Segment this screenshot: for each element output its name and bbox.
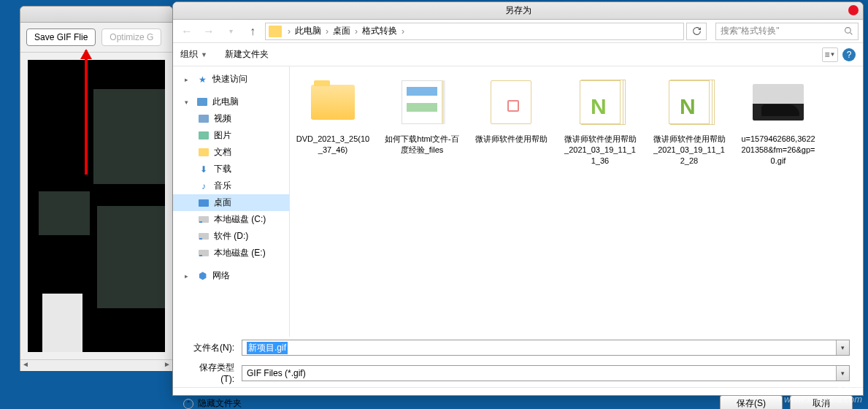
view-options-button[interactable]: ≡ ▼ (822, 47, 838, 62)
search-icon (844, 26, 853, 36)
filename-row: 文件名(N): 新项目.gif ▾ (173, 337, 863, 359)
dialog-footer: ˄ 隐藏文件夹 保存(S) 取消 (173, 387, 863, 409)
folder-icon (311, 85, 355, 120)
dropdown-icon[interactable]: ▾ (836, 340, 849, 355)
new-folder-button[interactable]: 新建文件夹 (225, 48, 269, 61)
file-item[interactable]: N 微讲师软件使用帮助_2021_03_19_11_12_28 (652, 77, 726, 167)
filetype-select[interactable]: GIF Files (*.gif) ▾ (242, 365, 850, 381)
sidebar-drive-d[interactable]: 软件 (D:) (173, 228, 289, 245)
search-input[interactable]: 搜索"格式转换" (715, 23, 859, 40)
sidebar-videos[interactable]: 视频 (173, 110, 289, 127)
sidebar-desktop[interactable]: 桌面 (173, 194, 289, 211)
file-item[interactable]: DVD_2021_3_25(10_37_46) (296, 77, 370, 167)
sidebar-drive-c[interactable]: 本地磁盘 (C:) (173, 211, 289, 228)
parent-toolbar: Save GIF Flie Optimize G (20, 23, 172, 53)
sidebar-music[interactable]: ♪音乐 (173, 177, 289, 194)
sidebar-quick-access[interactable]: ▸★快速访问 (173, 71, 289, 88)
filetype-row: 保存类型(T): GIF Files (*.gif) ▾ (173, 359, 863, 387)
back-button[interactable]: ← (177, 23, 196, 40)
sidebar-network[interactable]: ▸⬢网络 (173, 267, 289, 284)
address-bar[interactable]: › 此电脑 › 桌面 › 格式转换 › (265, 23, 684, 40)
save-button[interactable]: 保存(S) (720, 395, 783, 410)
hide-folders-toggle[interactable]: ˄ 隐藏文件夹 (183, 397, 242, 409)
filename-label: 文件名(N): (186, 342, 234, 354)
file-item[interactable]: u=1579462686,3622201358&fm=26&gp=0.gif (741, 77, 815, 167)
close-button[interactable] (848, 5, 859, 15)
filetype-label: 保存类型(T): (186, 362, 234, 384)
sidebar-drive-e[interactable]: 本地磁盘 (E:) (173, 245, 289, 261)
watermark: 下载吧 www.xiazaiba.com (784, 383, 862, 405)
sidebar: ▸★快速访问 ▾此电脑 视频 图片 文档 ⬇下载 ♪音乐 桌面 本地磁盘 (C:… (173, 66, 290, 337)
folder-icon: N (669, 80, 710, 124)
folder-icon: N (580, 80, 621, 124)
sidebar-pictures[interactable]: 图片 (173, 127, 289, 144)
refresh-button[interactable] (686, 23, 707, 40)
file-pane[interactable]: DVD_2021_3_25(10_37_46) 如何下载html文件-百度经验_… (290, 66, 863, 337)
forward-button[interactable]: → (199, 23, 218, 40)
folder-icon (491, 80, 531, 124)
dialog-title: 另存为 (505, 4, 531, 17)
folder-icon (269, 26, 282, 37)
save-as-dialog: 另存为 ← → ▾ ↑ › 此电脑 › 桌面 › 格式转换 › 搜索"格式转换"… (172, 1, 864, 396)
parent-scrollbar[interactable]: ◄► (20, 359, 172, 371)
file-item[interactable]: 如何下载html文件-百度经验_files (385, 77, 459, 167)
sidebar-documents[interactable]: 文档 (173, 144, 289, 161)
organize-menu[interactable]: 组织 ▼ (180, 48, 207, 61)
chevron-up-icon: ˄ (183, 399, 193, 409)
annotation-arrow (85, 50, 88, 175)
parent-window: Save GIF Flie Optimize G ◄► (20, 6, 173, 371)
file-item[interactable]: N 微讲师软件使用帮助_2021_03_19_11_11_36 (563, 77, 637, 167)
crumb-desktop[interactable]: 桌面 (331, 25, 352, 37)
sidebar-downloads[interactable]: ⬇下载 (173, 161, 289, 177)
help-button[interactable]: ? (842, 48, 856, 61)
image-thumbnail (753, 84, 804, 121)
svg-point-0 (845, 28, 851, 34)
preview-area (28, 60, 165, 352)
folder-icon (402, 80, 442, 124)
file-item[interactable]: 微讲师软件使用帮助 (474, 77, 548, 167)
crumb-thispc[interactable]: 此电脑 (293, 25, 323, 37)
parent-titlebar (20, 7, 172, 23)
crumb-current[interactable]: 格式转换 (361, 25, 399, 37)
dropdown-icon[interactable]: ▾ (836, 366, 849, 381)
sidebar-this-pc[interactable]: ▾此电脑 (173, 93, 289, 110)
optimize-button: Optimize G (101, 28, 161, 46)
toolbar: 组织 ▼ 新建文件夹 ≡ ▼ ? (173, 43, 863, 66)
up-button[interactable]: ↑ (243, 23, 262, 40)
nav-row: ← → ▾ ↑ › 此电脑 › 桌面 › 格式转换 › 搜索"格式转换" (173, 20, 863, 43)
filename-input[interactable]: 新项目.gif ▾ (242, 340, 850, 356)
dialog-titlebar[interactable]: 另存为 (173, 2, 863, 20)
recent-dropdown[interactable]: ▾ (221, 23, 240, 40)
